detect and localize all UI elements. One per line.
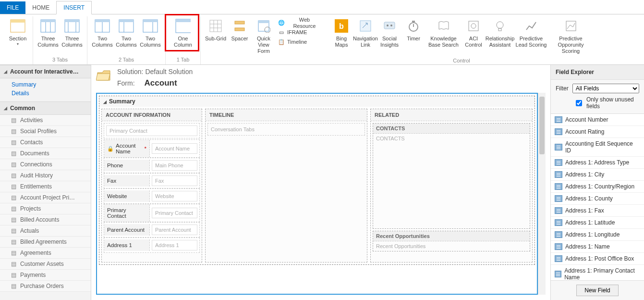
form-label: Form: [117,79,135,87]
svg-rect-26 [235,21,244,24]
nav-item[interactable]: ▤Audit History [0,170,91,181]
svg-point-35 [387,25,389,26]
svg-rect-40 [469,21,478,31]
nav-entity-header[interactable]: Account for Interactive… [0,65,91,78]
field-input[interactable]: Main Phone [150,158,199,173]
nav-details-link[interactable]: Details [12,89,91,98]
field-input[interactable]: Fax [150,174,199,188]
navigation-link-button[interactable]: Navigation Link [353,16,377,50]
three-columns-button-b[interactable]: Three Columns [60,16,84,50]
field-explorer-item[interactable]: Address 1: Longitude [551,229,644,241]
field-explorer-item[interactable]: Address 1: Name [551,241,644,253]
nav-item[interactable]: ▤Entitlements [0,181,91,192]
entity-icon: ▤ [10,127,17,135]
spacer-button[interactable]: Spacer [228,16,252,44]
ribbon-label: One Column [170,36,196,48]
field-explorer-item[interactable]: Address 1: Post Office Box [551,253,644,265]
predictive-lead-button[interactable]: Predictive Lead Scoring [514,16,548,50]
social-icon [382,18,397,34]
one-column-button[interactable]: One Column [169,16,197,50]
tab-file[interactable]: FILE [0,1,25,14]
section-icon [10,18,25,34]
iframe-button[interactable]: ▭ IFRAME [276,28,324,38]
only-unused-checkbox[interactable] [576,100,582,106]
form-field-row[interactable]: Parent AccountParent Account [104,222,200,238]
tab-insert[interactable]: INSERT [56,1,92,14]
svg-point-36 [390,25,392,26]
placeholder: Primary Contact [152,208,197,218]
field-input[interactable]: Primary Contact [150,206,199,220]
form-field-row[interactable]: PhoneMain Phone [104,158,200,173]
nav-item[interactable]: ▤Documents [0,148,91,159]
ribbon-label: Quick View Form [253,36,275,55]
form-field-row[interactable]: WebsiteWebsite [104,188,200,204]
field-explorer-item[interactable]: Address 1: Address Type [551,157,644,169]
section-timeline[interactable]: TIMELINE Conversation Tabs [205,109,367,262]
nav-item[interactable]: ▤Billed Agreements [0,237,91,248]
form-field-row[interactable]: Primary ContactPrimary Contact [104,204,200,222]
kb-search-button[interactable]: Knowledge Base Search [425,16,462,50]
nav-item[interactable]: ▤Activities [0,115,91,126]
form-field-row[interactable]: Address 1Address 1 [104,238,200,253]
form-field-row[interactable]: FaxFax [104,173,200,188]
nav-item[interactable]: ▤Customer Assets [0,259,91,270]
bing-maps-button[interactable]: b Bing Maps [329,16,353,50]
field-name: Address 1: City [565,171,604,178]
nav-common-header[interactable]: Common [0,101,91,115]
nav-item[interactable]: ▤Social Profiles [0,126,91,137]
field-input[interactable]: Address 1 [150,238,199,252]
ribbon-label: Timeline [287,39,307,45]
nav-item[interactable]: ▤Agreements [0,248,91,259]
tab-home[interactable]: HOME [25,1,56,14]
section-related[interactable]: RELATED CONTACTS CONTACTS Recent Opportu… [370,109,533,262]
field-input[interactable]: Parent Account [150,223,199,237]
canvas-scrollbar[interactable] [538,93,546,295]
field-explorer-item[interactable]: Address 1: Country/Region [551,181,644,193]
field-explorer-item[interactable]: Address 1: County [551,193,644,205]
field-explorer-item[interactable]: Address 1: City [551,169,644,181]
sub-grid-button[interactable]: Sub-Grid [204,16,228,44]
subgrid-contacts[interactable]: CONTACTS CONTACTS [373,123,530,229]
field-explorer-item[interactable]: Address 1: Primary Contact Name [551,265,644,280]
nav-item-label: Purchase Orders [20,283,64,289]
subgrid-recent-opportunities[interactable]: Recent Opportunities Recent Opportunitie… [373,231,530,251]
nav-item[interactable]: ▤Projects [0,203,91,214]
field-primary-contact-top[interactable]: Primary Contact [104,123,200,138]
field-explorer-item[interactable]: Accounting Edit Sequence ID [551,138,644,157]
three-columns-button-a[interactable]: Three Columns [36,16,60,50]
filter-select[interactable]: All Fields [572,84,639,93]
nav-item[interactable]: ▤Account Project Pri… [0,192,91,203]
quick-view-form-button[interactable]: Quick View Form [252,16,276,57]
two-columns-button-a[interactable]: Two Columns [90,16,114,50]
nav-item[interactable]: ▤Contacts [0,137,91,148]
form-field-row[interactable]: 🔒Account NameAccount Name [104,139,200,158]
field-explorer-item[interactable]: Account Rating [551,126,644,138]
nav-item[interactable]: ▤Payments [0,270,91,281]
two-columns-button-b[interactable]: Two Columns [114,16,138,50]
field-input[interactable]: Website [150,189,199,203]
two-columns-button-c[interactable]: Two Columns [138,16,162,50]
form-tab-summary[interactable]: Summary ACCOUNT INFORMATION Primary Cont… [99,96,535,265]
timer-button[interactable]: Timer [401,16,425,44]
svg-rect-3 [41,20,55,22]
new-field-button[interactable]: New Field [576,285,618,296]
aci-control-button[interactable]: ACI Control [462,16,486,50]
field-explorer-item[interactable]: Address 1: Latitude [551,217,644,229]
nav-item[interactable]: ▤Billed Accounts [0,214,91,225]
section-button[interactable]: Section ▾ [6,16,30,49]
section-account-info[interactable]: ACCOUNT INFORMATION Primary Contact 🔒Acc… [101,109,202,262]
nav-summary-link[interactable]: Summary [12,80,91,89]
web-resource-button[interactable]: 🌐 Web Resource [276,18,324,28]
social-insights-button[interactable]: Social Insights [377,16,401,50]
field-explorer-item[interactable]: Address 1: Fax [551,205,644,217]
nav-item[interactable]: ▤Purchase Orders [0,281,91,292]
field-input[interactable]: Account Name [150,141,199,156]
field-explorer-item[interactable]: Account Number [551,114,644,126]
relationship-assistant-button[interactable]: Relationship Assistant [486,16,514,50]
predictive-opportunity-button[interactable]: Predictive Opporunity Scoring [548,16,594,57]
timeline-button[interactable]: 📋 Timeline [276,38,324,47]
nav-item[interactable]: ▤Actuals [0,225,91,237]
nav-item[interactable]: ▤Connections [0,159,91,170]
form-canvas[interactable]: Summary ACCOUNT INFORMATION Primary Cont… [96,93,538,295]
form-tab-head[interactable]: Summary [99,96,535,107]
